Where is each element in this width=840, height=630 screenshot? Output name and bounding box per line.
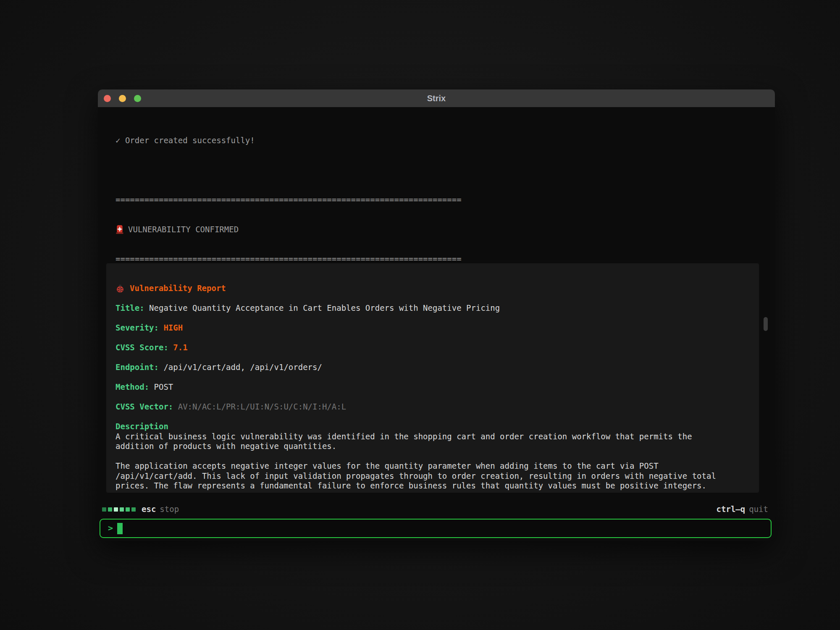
command-input[interactable]: > [100, 519, 772, 538]
report-severity-row: Severity: HIGH [116, 323, 750, 333]
severity-value: HIGH [163, 323, 183, 332]
separator-line: ========================================… [116, 195, 462, 205]
order-success-line: ✓ Order created successfully! [116, 136, 462, 146]
esc-key-hint: esc [142, 504, 156, 514]
description-line: prices. The flaw represents a fundamenta… [116, 481, 750, 491]
status-bar: esc stop ctrl–q quit [98, 504, 775, 514]
titlebar: Strix [98, 89, 775, 107]
description-line: /api/v1/cart/add. This lack of input val… [116, 471, 750, 481]
cvss-vector-value: AV:N/AC:L/PR:L/UI:N/S:U/C:N/I:H/A:L [178, 402, 346, 411]
vulnerability-confirmed-line: VULNERABILITY CONFIRMED [116, 225, 462, 235]
endpoint-label: Endpoint: [116, 362, 159, 372]
separator-line: ========================================… [116, 254, 462, 264]
description-line: addition of products with negative quant… [116, 441, 750, 452]
spinner-cell [114, 507, 118, 512]
spinner-cell [126, 507, 130, 512]
title-value: Negative Quantity Acceptance in Cart Ena… [149, 303, 500, 312]
report-title-row: Title: Negative Quantity Acceptance in C… [116, 303, 750, 313]
description-heading: Description [116, 422, 750, 432]
method-label: Method: [116, 382, 149, 391]
title-label: Title: [116, 303, 144, 312]
vulnerability-confirmed-label: VULNERABILITY CONFIRMED [128, 225, 239, 235]
method-value: POST [154, 382, 173, 391]
spinner-cell [131, 507, 136, 512]
text-cursor [117, 523, 123, 534]
report-endpoint-row: Endpoint: /api/v1/cart/add, /api/v1/orde… [116, 362, 750, 373]
description-line: A critical business logic vulnerability … [116, 432, 750, 442]
window-title: Strix [98, 94, 775, 103]
report-method-row: Method: POST [116, 382, 750, 392]
spinner-cell [120, 507, 124, 512]
spinner-icon [102, 507, 136, 512]
spinner-cell [108, 507, 112, 512]
endpoint-value: /api/v1/cart/add, /api/v1/orders/ [163, 362, 322, 372]
report-heading-label: Vulnerability Report [130, 284, 226, 294]
report-heading: Vulnerability Report [116, 284, 750, 294]
esc-action-label: stop [160, 504, 179, 514]
cvss-score-label: CVSS Score: [116, 343, 168, 352]
report-cvss-vector-row: CVSS Vector: AV:N/AC:L/PR:L/UI:N/S:U/C:N… [116, 402, 750, 412]
report-cvss-score-row: CVSS Score: 7.1 [116, 343, 750, 353]
terminal-content: ✓ Order created successfully! ==========… [98, 107, 775, 541]
severity-label: Severity: [116, 323, 159, 332]
quit-action-label: quit [749, 504, 768, 514]
cvss-score-value: 7.1 [173, 343, 187, 352]
quit-key-hint: ctrl–q [717, 504, 746, 514]
siren-icon [116, 225, 124, 234]
cvss-vector-label: CVSS Vector: [116, 402, 173, 411]
vulnerability-report-panel: Vulnerability Report Title: Negative Qua… [106, 263, 759, 493]
scrollbar-thumb[interactable] [764, 317, 768, 331]
description-line: The application accepts negative integer… [116, 461, 750, 471]
spinner-cell [102, 507, 106, 512]
prompt-symbol: > [108, 523, 113, 533]
bug-icon [116, 284, 125, 293]
terminal-window: Strix ✓ Order created successfully! ====… [98, 89, 775, 541]
